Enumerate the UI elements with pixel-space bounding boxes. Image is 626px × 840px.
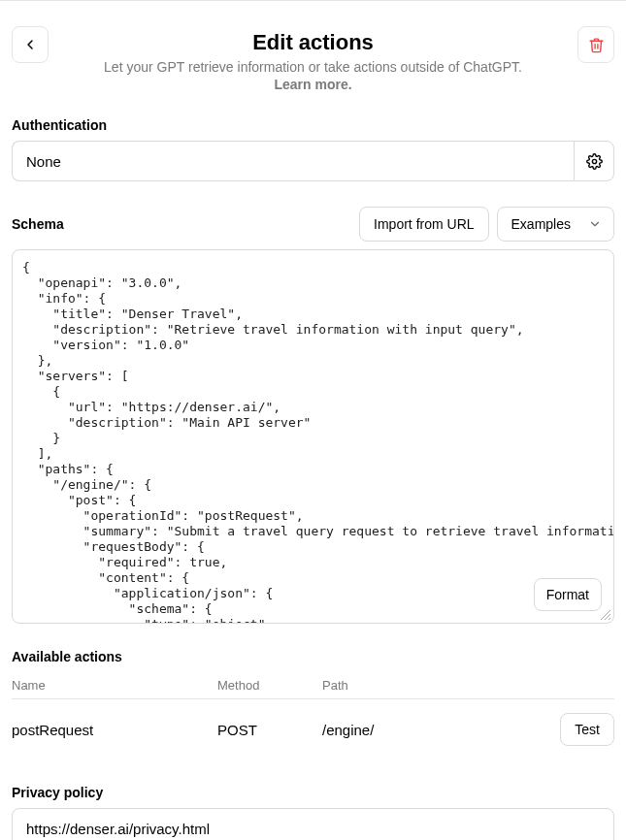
authentication-value: None bbox=[26, 153, 61, 170]
format-button[interactable]: Format bbox=[534, 578, 602, 611]
gear-icon bbox=[586, 153, 603, 170]
privacy-policy-label: Privacy policy bbox=[12, 785, 614, 800]
page-title: Edit actions bbox=[56, 30, 570, 55]
action-method: POST bbox=[217, 722, 322, 738]
back-button[interactable] bbox=[12, 26, 49, 63]
examples-dropdown[interactable]: Examples bbox=[497, 207, 614, 242]
import-from-url-button[interactable]: Import from URL bbox=[359, 207, 488, 242]
chevron-down-icon bbox=[588, 217, 602, 231]
delete-button[interactable] bbox=[577, 26, 614, 63]
action-path: /engine/ bbox=[322, 722, 556, 738]
learn-more-link[interactable]: Learn more. bbox=[56, 77, 570, 92]
column-name: Name bbox=[12, 678, 217, 693]
resize-handle-icon[interactable] bbox=[600, 609, 611, 621]
authentication-label: Authentication bbox=[12, 117, 614, 133]
svg-point-0 bbox=[592, 159, 596, 163]
test-button[interactable]: Test bbox=[560, 713, 614, 746]
schema-textarea[interactable] bbox=[13, 250, 613, 623]
available-actions-label: Available actions bbox=[12, 649, 614, 664]
authentication-select[interactable]: None bbox=[12, 141, 574, 181]
trash-icon bbox=[588, 37, 605, 53]
page-subtitle: Let your GPT retrieve information or tak… bbox=[56, 59, 570, 75]
chevron-left-icon bbox=[22, 37, 38, 52]
action-name: postRequest bbox=[12, 722, 217, 738]
action-row: postRequest POST /engine/ Test bbox=[12, 699, 614, 759]
privacy-policy-input[interactable] bbox=[12, 808, 614, 840]
authentication-settings-button[interactable] bbox=[574, 141, 614, 181]
schema-label: Schema bbox=[12, 216, 64, 232]
examples-label: Examples bbox=[511, 216, 571, 232]
column-method: Method bbox=[217, 678, 322, 693]
column-path: Path bbox=[322, 678, 556, 693]
